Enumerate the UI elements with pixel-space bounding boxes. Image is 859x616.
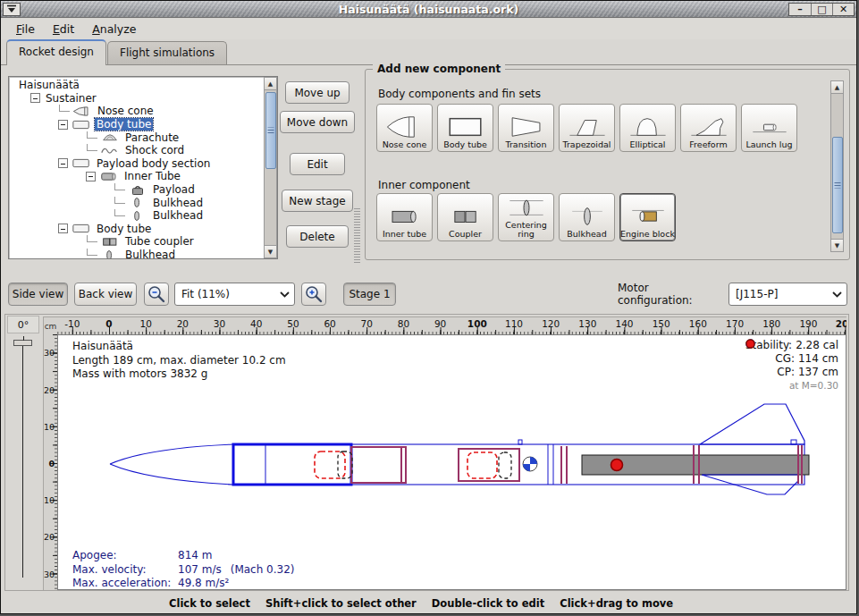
expander-icon[interactable] bbox=[58, 158, 68, 168]
tree-item-payload-body-section[interactable]: Payload body section bbox=[10, 157, 263, 171]
new-stage-button[interactable]: New stage bbox=[282, 190, 353, 212]
scroll-down-icon[interactable]: ▼ bbox=[265, 245, 276, 257]
menu-file[interactable]: File bbox=[8, 20, 43, 38]
tree-item-shock-cord[interactable]: Shock cord bbox=[10, 144, 263, 157]
add-component-panel: Add new component Body components and fi… bbox=[365, 69, 850, 260]
component-button-nose-cone[interactable]: Nose cone bbox=[376, 104, 433, 152]
splitter-handle[interactable] bbox=[354, 208, 360, 264]
tree-item-body-tube[interactable]: Body tube bbox=[10, 118, 263, 131]
zoom-level-select[interactable]: Fit (11%) bbox=[174, 283, 295, 306]
move-down-button[interactable]: Move down bbox=[280, 111, 355, 133]
rotation-slider-handle[interactable] bbox=[13, 340, 32, 346]
component-button-coupler[interactable]: Coupler bbox=[437, 193, 493, 241]
edit-button[interactable]: Edit bbox=[290, 153, 345, 175]
component-button-transition[interactable]: Transition bbox=[498, 104, 554, 152]
tree-connector bbox=[114, 197, 125, 204]
rocket-canvas[interactable]: Haisunäätä Length 189 cm, max. diameter … bbox=[57, 334, 846, 590]
zoom-out-button[interactable] bbox=[144, 283, 169, 306]
menu-analyze[interactable]: Analyze bbox=[84, 20, 144, 38]
stage-1-toggle[interactable]: Stage 1 bbox=[343, 283, 396, 306]
tree-item-label: Bulkhead bbox=[123, 249, 177, 258]
launch-lug bbox=[791, 440, 796, 444]
tree-item-label: Payload body section bbox=[95, 157, 212, 170]
motor-configuration-select[interactable]: [J115-P] bbox=[728, 283, 847, 306]
cp-label: CP: bbox=[777, 366, 795, 379]
back-view-button[interactable]: Back view bbox=[74, 283, 137, 306]
window-menu-icon bbox=[6, 4, 17, 13]
chevron-down-icon bbox=[274, 291, 294, 298]
ruler-label: 190 bbox=[799, 318, 817, 329]
component-button-body-tube[interactable]: Body tube bbox=[437, 104, 493, 152]
bulkhead-icon bbox=[567, 204, 608, 229]
ruler-label: 70 bbox=[361, 318, 373, 329]
horizontal-ruler: -100102030405060708090100110120130140150… bbox=[57, 316, 846, 334]
ruler-label: 160 bbox=[689, 318, 707, 329]
scroll-down-icon[interactable]: ▼ bbox=[831, 239, 843, 251]
move-up-button[interactable]: Move up bbox=[285, 81, 349, 104]
component-button-elliptical[interactable]: Elliptical bbox=[619, 104, 676, 152]
ruler-label: 60 bbox=[324, 318, 335, 329]
component-tree: HaisunäätäSustainerNose coneBody tubePar… bbox=[10, 78, 263, 258]
cg-marker bbox=[523, 457, 537, 471]
maximize-button[interactable]: □ bbox=[811, 4, 832, 15]
parachute-outline bbox=[315, 451, 345, 478]
tree-item-tube-coupler[interactable]: Tube coupler bbox=[10, 235, 263, 249]
tree-item-body-tube[interactable]: Body tube bbox=[10, 223, 263, 236]
rotation-slider[interactable] bbox=[7, 336, 39, 585]
tree-connector bbox=[87, 144, 97, 151]
tree-item-label: Inner Tube bbox=[122, 170, 182, 182]
cg-label: CG: bbox=[775, 352, 795, 366]
component-button-bulkhead[interactable]: Bulkhead bbox=[559, 193, 615, 241]
cg-value: 114 cm bbox=[798, 352, 838, 366]
palette-scrollbar-thumb[interactable] bbox=[832, 137, 843, 233]
menu-edit[interactable]: Edit bbox=[45, 20, 82, 38]
expander-icon[interactable] bbox=[58, 120, 68, 130]
ruler-unit-label: cm bbox=[43, 316, 57, 334]
tree-item-bulkhead[interactable]: Bulkhead bbox=[10, 196, 263, 209]
tree-item-nose-cone[interactable]: Nose cone bbox=[10, 105, 263, 118]
tree-item-label: Tube coupler bbox=[123, 235, 196, 248]
ruler-label: 10 bbox=[139, 318, 151, 329]
tree-item-bulkhead[interactable]: Bulkhead bbox=[10, 249, 263, 258]
expander-icon[interactable] bbox=[30, 93, 40, 103]
rocket-mass: Mass with motors 3832 g bbox=[72, 367, 286, 382]
component-button-launch-lug[interactable]: Launch lug bbox=[741, 104, 797, 152]
side-view-button[interactable]: Side view bbox=[8, 283, 68, 306]
component-button-trapezoidal[interactable]: Trapezoidal bbox=[559, 104, 615, 152]
palette-scrollbar[interactable]: ▲ ▼ bbox=[830, 80, 844, 252]
minimize-button[interactable]: – bbox=[789, 4, 811, 15]
max-velocity-value: 107 m/s bbox=[178, 563, 222, 578]
tree-item-haisunäätä[interactable]: Haisunäätä bbox=[10, 79, 263, 92]
delete-button[interactable]: Delete bbox=[286, 225, 349, 248]
component-button-label: Nose cone bbox=[383, 140, 427, 149]
tree-item-bulkhead[interactable]: Bulkhead bbox=[10, 209, 263, 223]
tree-item-sustainer[interactable]: Sustainer bbox=[10, 92, 263, 105]
component-button-label: Elliptical bbox=[630, 140, 666, 149]
component-button-freeform[interactable]: Freeform bbox=[680, 104, 737, 152]
expander-icon[interactable] bbox=[58, 224, 68, 233]
tab-rocket-design[interactable]: Rocket design bbox=[6, 39, 106, 65]
scroll-up-icon[interactable]: ▲ bbox=[831, 81, 843, 94]
tree-scrollbar[interactable]: ▲ ▼ bbox=[264, 77, 277, 258]
titlebar[interactable]: Haisunäätä (haisunaata.ork) – □ ✕ bbox=[1, 1, 856, 18]
tree-item-parachute[interactable]: Parachute bbox=[10, 131, 263, 144]
tree-scrollbar-thumb[interactable] bbox=[265, 92, 276, 169]
tree-item-payload[interactable]: Payload bbox=[10, 183, 263, 197]
close-button[interactable]: ✕ bbox=[832, 4, 854, 15]
expander-icon[interactable] bbox=[86, 172, 96, 181]
ruler-label: 30 bbox=[214, 318, 225, 329]
component-button-engine-block[interactable]: Engine block bbox=[619, 193, 676, 241]
scroll-up-icon[interactable]: ▲ bbox=[265, 78, 276, 90]
tree-connector bbox=[59, 105, 70, 112]
window-controls: – □ ✕ bbox=[788, 3, 855, 16]
component-button-inner-tube[interactable]: Inner tube bbox=[376, 193, 433, 241]
tab-flight-simulations[interactable]: Flight simulations bbox=[107, 41, 227, 64]
fin-upper bbox=[700, 404, 804, 444]
component-button-centering-ring[interactable]: Centering ring bbox=[498, 193, 554, 241]
stability-info: Stability:2.28 cal CG:114 cm CP:137 cm a… bbox=[745, 339, 838, 392]
cp-marker bbox=[611, 460, 623, 471]
zoom-in-button[interactable] bbox=[301, 283, 326, 306]
tree-item-inner-tube[interactable]: Inner Tube bbox=[10, 170, 263, 183]
rotation-slider-track bbox=[22, 345, 23, 578]
window-menu-button[interactable] bbox=[3, 3, 21, 16]
